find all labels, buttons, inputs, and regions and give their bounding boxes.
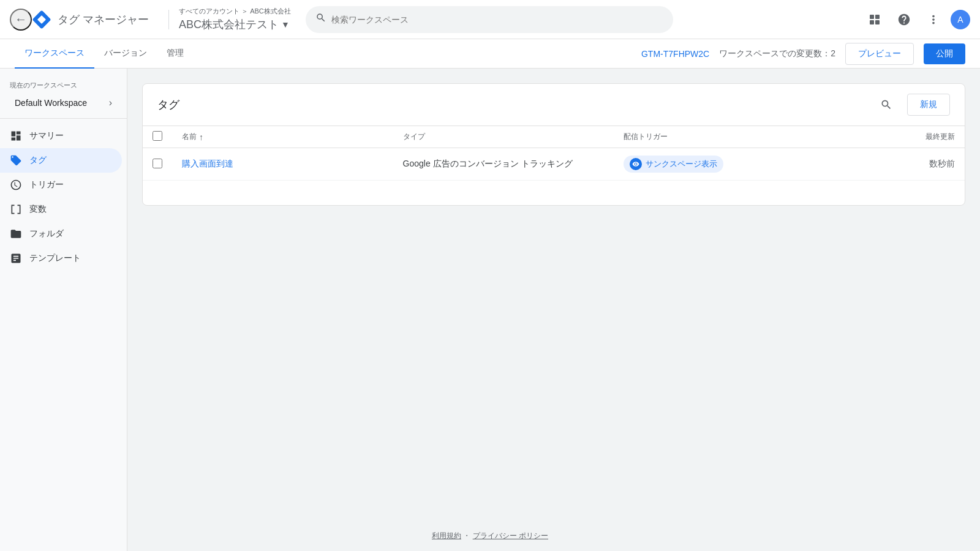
sidebar: 現在のワークスペース Default Workspace › サマリー タグ ト… bbox=[0, 69, 127, 551]
summary-icon bbox=[10, 130, 22, 142]
nav-tabs: ワークスペース バージョン 管理 GTM-T7FHPW2C ワークスペースでの変… bbox=[0, 39, 980, 69]
back-button[interactable]: ← bbox=[10, 9, 32, 31]
gtm-id[interactable]: GTM-T7FHPW2C bbox=[641, 49, 709, 59]
search-input[interactable] bbox=[331, 15, 663, 24]
sidebar-label-triggers: トリガー bbox=[29, 179, 64, 190]
column-updated: 最終更新 bbox=[845, 132, 955, 142]
help-button[interactable] bbox=[892, 7, 916, 32]
app-title: タグ マネージャー bbox=[58, 12, 149, 27]
app-logo: タグ マネージャー bbox=[32, 10, 149, 29]
template-icon bbox=[10, 252, 22, 264]
tag-name-link[interactable]: 購入画面到達 bbox=[182, 159, 233, 170]
panel-header: タグ 新規 bbox=[143, 84, 965, 126]
app-header: ← タグ マネージャー すべてのアカウント ＞ ABC株式会社 ABC株式会社テ… bbox=[0, 0, 980, 39]
sidebar-item-variables[interactable]: 変数 bbox=[0, 197, 122, 222]
account-section: すべてのアカウント ＞ ABC株式会社 ABC株式会社テスト ▼ bbox=[179, 7, 291, 32]
footer-separator: ・ bbox=[463, 531, 470, 540]
chevron-right-icon: › bbox=[109, 97, 112, 108]
tag-icon bbox=[10, 154, 22, 167]
new-tag-button[interactable]: 新規 bbox=[907, 94, 950, 116]
workspace-name: Default Workspace bbox=[15, 98, 87, 108]
sidebar-item-templates[interactable]: テンプレート bbox=[0, 246, 122, 271]
header-checkbox-col bbox=[153, 131, 182, 143]
grid-button[interactable] bbox=[862, 7, 887, 32]
table-header: 名前 ↑ タイプ 配信トリガー 最終更新 bbox=[143, 126, 965, 148]
content-area: タグ 新規 名前 ↑ タイプ 配信トリガー 最終更新 bbox=[127, 69, 980, 551]
grid-icon bbox=[870, 15, 880, 24]
preview-button[interactable]: プレビュー bbox=[845, 43, 914, 65]
trigger-icon bbox=[10, 179, 22, 191]
row-checkbox-col bbox=[153, 159, 182, 170]
tag-type-cell: Google 広告のコンバージョン トラッキング bbox=[403, 158, 624, 170]
tab-workspace[interactable]: ワークスペース bbox=[15, 39, 94, 69]
content-panel: タグ 新規 名前 ↑ タイプ 配信トリガー 最終更新 bbox=[142, 83, 965, 206]
row-checkbox[interactable] bbox=[153, 159, 162, 168]
sidebar-item-triggers[interactable]: トリガー bbox=[0, 173, 122, 197]
footer: 利用規約 ・ プライバシー ポリシー bbox=[0, 521, 980, 551]
tag-updated-cell: 数秒前 bbox=[845, 159, 955, 170]
tag-trigger-cell: サンクスページ表示 bbox=[624, 156, 845, 173]
sidebar-divider bbox=[0, 118, 127, 119]
account-name: ABC株式会社テスト bbox=[179, 17, 279, 32]
header-divider bbox=[168, 10, 169, 29]
sort-icon[interactable]: ↑ bbox=[199, 132, 203, 142]
column-type: タイプ bbox=[403, 132, 624, 142]
sidebar-label-folders: フォルダ bbox=[29, 228, 64, 239]
account-selector[interactable]: ABC株式会社テスト ▼ bbox=[179, 17, 291, 32]
sidebar-item-summary[interactable]: サマリー bbox=[0, 124, 122, 148]
more-button[interactable] bbox=[921, 7, 946, 32]
dropdown-icon: ▼ bbox=[281, 20, 290, 29]
header-actions: A bbox=[862, 7, 970, 32]
sidebar-item-folders[interactable]: フォルダ bbox=[0, 222, 122, 246]
search-bar bbox=[306, 6, 673, 33]
variable-icon bbox=[10, 203, 22, 216]
workspace-selector[interactable]: Default Workspace › bbox=[5, 92, 122, 113]
main-layout: 現在のワークスペース Default Workspace › サマリー タグ ト… bbox=[0, 69, 980, 551]
nav-right: GTM-T7FHPW2C ワークスペースでの変更数：2 プレビュー 公開 bbox=[641, 43, 965, 65]
sidebar-label-tags: タグ bbox=[29, 155, 47, 166]
avatar[interactable]: A bbox=[951, 10, 970, 29]
privacy-link[interactable]: プライバシー ポリシー bbox=[473, 531, 548, 540]
panel-title: タグ bbox=[157, 97, 875, 112]
select-all-checkbox[interactable] bbox=[153, 131, 162, 141]
terms-link[interactable]: 利用規約 bbox=[432, 531, 461, 540]
changes-count: ワークスペースでの変更数：2 bbox=[719, 48, 835, 59]
folder-icon bbox=[10, 228, 22, 240]
panel-search-button[interactable] bbox=[875, 94, 897, 116]
table-row: 購入画面到達 Google 広告のコンバージョン トラッキング サンクスページ表… bbox=[143, 148, 965, 181]
sidebar-label-templates: テンプレート bbox=[29, 253, 81, 264]
sidebar-label-variables: 変数 bbox=[29, 204, 47, 215]
trigger-badge[interactable]: サンクスページ表示 bbox=[624, 156, 723, 173]
sidebar-item-tags[interactable]: タグ bbox=[0, 148, 122, 173]
column-name: 名前 ↑ bbox=[182, 132, 403, 142]
sidebar-label-summary: サマリー bbox=[29, 130, 64, 141]
account-breadcrumb: すべてのアカウント ＞ ABC株式会社 bbox=[179, 7, 291, 16]
trigger-name: サンクスページ表示 bbox=[646, 159, 717, 170]
tag-name-cell: 購入画面到達 bbox=[182, 159, 403, 170]
search-icon bbox=[315, 12, 326, 26]
tab-admin[interactable]: 管理 bbox=[157, 39, 194, 69]
publish-button[interactable]: 公開 bbox=[924, 43, 965, 64]
workspace-label: 現在のワークスペース bbox=[0, 76, 127, 92]
tab-version[interactable]: バージョン bbox=[94, 39, 157, 69]
column-trigger: 配信トリガー bbox=[624, 132, 845, 142]
trigger-eye-icon bbox=[630, 158, 642, 170]
